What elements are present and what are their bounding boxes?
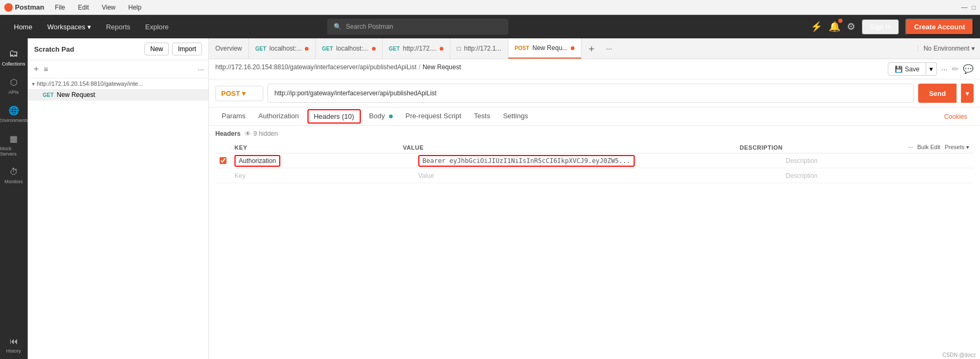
new-desc-input[interactable]: [785, 172, 969, 180]
collection-url: http://172.16.20.154:8810/gateway/inte..…: [37, 80, 204, 87]
tab-post-active[interactable]: POST New Requ...: [508, 38, 581, 59]
window-controls: — □: [961, 4, 976, 11]
settings-icon[interactable]: ⚙: [847, 21, 855, 32]
tab-headers[interactable]: Headers (10): [307, 109, 361, 124]
tab-overview[interactable]: Overview: [209, 38, 249, 59]
sidebar-item-apis[interactable]: ⬡ APIs: [0, 72, 27, 100]
minimize-icon[interactable]: —: [961, 4, 968, 11]
breadcrumb-row: http://172.16.20.154:8810/gateway/interf…: [209, 59, 980, 79]
nav-reports[interactable]: Reports: [99, 23, 138, 31]
menu-file[interactable]: File: [53, 4, 67, 11]
sign-in-button[interactable]: Sign In: [862, 19, 899, 35]
tab-modified-dot-3: [440, 47, 443, 51]
save-button[interactable]: 💾 Save: [888, 62, 926, 76]
more-tabs-icon[interactable]: ···: [602, 38, 617, 59]
presets-button[interactable]: Presets ▾: [945, 144, 969, 151]
nav-workspaces[interactable]: Workspaces ▾: [40, 23, 99, 31]
panel-title: Scratch Pad: [34, 45, 144, 53]
create-account-button[interactable]: Create Account: [905, 19, 974, 35]
app-icon: [4, 3, 13, 12]
new-button[interactable]: New: [144, 43, 169, 55]
new-tab-button[interactable]: ＋: [581, 38, 602, 59]
url-input[interactable]: [268, 84, 914, 103]
breadcrumb-separator: /: [419, 63, 420, 71]
authorization-key[interactable]: Authorization: [234, 155, 280, 167]
environment-chevron-icon: ▾: [971, 45, 975, 52]
new-key-input[interactable]: [234, 172, 418, 180]
menu-bar: Postman File Edit View Help — □: [0, 0, 980, 15]
more-actions-icon[interactable]: ···: [941, 65, 947, 74]
mock-servers-icon: ▦: [10, 134, 18, 144]
table-more-icon[interactable]: ···: [908, 144, 913, 151]
tab-body[interactable]: Body: [363, 108, 399, 125]
sidebar-item-environments[interactable]: 🌐 Environments: [0, 100, 27, 128]
authorization-value[interactable]: Bearer eyJhbGciOiJIUzI1NiIsInR5cCI6IkpXV…: [418, 155, 635, 167]
sidebar-item-monitors[interactable]: ⏱ Monitors: [0, 162, 27, 190]
notification-badge: [838, 19, 843, 23]
collections-toolbar: ＋ ≡ ···: [28, 60, 208, 78]
tab-settings[interactable]: Settings: [497, 108, 534, 125]
cookies-button[interactable]: Cookies: [938, 113, 974, 120]
preview-icon: □: [457, 45, 460, 52]
tab-pre-request-script[interactable]: Pre-request Script: [399, 108, 468, 125]
nav-home[interactable]: Home: [6, 23, 40, 31]
save-icon: 💾: [895, 66, 903, 73]
request-row-container: POST ▾ Send ▾: [209, 79, 980, 108]
presets-chevron-icon: ▾: [966, 144, 969, 150]
environment-selector[interactable]: No Environment ▾: [918, 45, 980, 52]
menu-help[interactable]: Help: [126, 4, 144, 11]
method-selector[interactable]: POST ▾: [215, 86, 263, 101]
tab-get-2[interactable]: GET localhost:...: [315, 38, 382, 59]
value-col-header: VALUE: [403, 144, 740, 151]
notification-icon[interactable]: 🔔: [829, 21, 840, 32]
tab-tests[interactable]: Tests: [468, 108, 497, 125]
sidebar-item-mock-servers[interactable]: ▦ Mock Servers: [0, 128, 27, 162]
comment-icon[interactable]: 💬: [963, 64, 974, 74]
request-item[interactable]: GET New Request: [28, 89, 208, 101]
send-dropdown-button[interactable]: ▾: [961, 84, 974, 103]
maximize-icon[interactable]: □: [972, 4, 976, 11]
headers-section: Headers 👁 9 hidden KEY VALUE DESCRIPTION…: [209, 126, 980, 187]
more-options-icon[interactable]: ···: [198, 65, 204, 74]
tab-overview-label: Overview: [215, 45, 242, 52]
sync-icon[interactable]: ⚡: [811, 21, 822, 32]
tab-preview[interactable]: □ http://172.1...: [450, 38, 508, 59]
send-button[interactable]: Send: [918, 84, 957, 103]
empty-value-cell[interactable]: [418, 172, 786, 180]
tab-modified-dot: [305, 47, 309, 51]
new-value-input[interactable]: [418, 172, 786, 180]
key-col-header: KEY: [234, 144, 403, 151]
tab-params[interactable]: Params: [215, 108, 252, 125]
description-cell[interactable]: Description: [785, 157, 969, 165]
bulk-edit-button[interactable]: Bulk Edit: [917, 144, 940, 151]
filter-icon[interactable]: ≡: [44, 65, 48, 74]
empty-desc-cell[interactable]: [785, 172, 969, 180]
edit-icon[interactable]: ✏: [952, 64, 959, 74]
sidebar-item-collections[interactable]: 🗂 Collections: [0, 43, 27, 72]
tab-authorization[interactable]: Authorization: [252, 108, 305, 125]
body-dot: [389, 115, 393, 118]
add-collection-icon[interactable]: ＋: [32, 63, 41, 75]
search-bar[interactable]: 🔍 Search Postman: [327, 19, 508, 35]
collection-item[interactable]: ▾ http://172.16.20.154:8810/gateway/inte…: [28, 78, 208, 89]
tab-method-post: POST: [515, 45, 529, 51]
main-layout: 🗂 Collections ⬡ APIs 🌐 Environments ▦ Mo…: [0, 38, 980, 359]
menu-view[interactable]: View: [100, 4, 118, 11]
save-dropdown-button[interactable]: ▾: [926, 62, 937, 76]
breadcrumb: http://172.16.20.154:8810/gateway/interf…: [215, 63, 461, 71]
request-name: New Request: [57, 91, 95, 99]
value-cell[interactable]: Bearer eyJhbGciOiJIUzI1NiIsInR5cCI6IkpXV…: [418, 157, 786, 165]
empty-key-cell[interactable]: [234, 172, 418, 180]
row-checkbox[interactable]: [220, 157, 226, 164]
headers-meta: Headers 👁 9 hidden: [215, 130, 974, 137]
tab-get-3[interactable]: GET http://172....: [383, 38, 451, 59]
import-button[interactable]: Import: [172, 43, 202, 55]
method-label: POST: [221, 89, 240, 97]
key-cell[interactable]: Authorization: [234, 157, 418, 165]
tab-get-1[interactable]: GET localhost:...: [249, 38, 315, 59]
breadcrumb-name: New Request: [423, 63, 461, 71]
nav-explore[interactable]: Explore: [138, 23, 176, 31]
sidebar-item-history[interactable]: ⏮ History: [0, 331, 27, 359]
menu-edit[interactable]: Edit: [76, 4, 91, 11]
tab-url-1: localhost:...: [270, 45, 302, 52]
